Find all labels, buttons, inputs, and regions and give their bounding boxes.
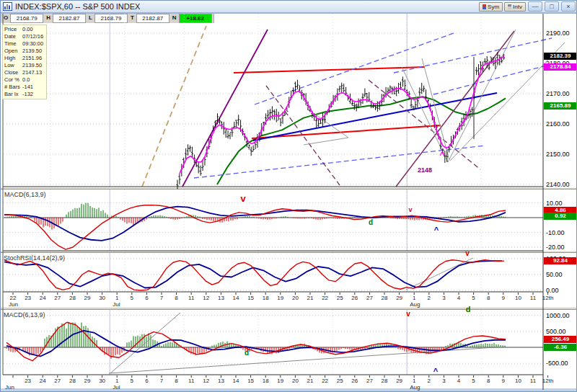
- info-row: Bar Ix-132: [4, 91, 45, 98]
- info-row-value: 09:30:00: [22, 40, 45, 48]
- chart-window: INDEX:$SPX,60 -- S&P 500 INDEX Sym Intv …: [0, 0, 577, 392]
- info-row: Close2147.13: [4, 69, 45, 76]
- info-row-label: Date: [4, 33, 22, 40]
- info-row-value: 2139.50: [22, 48, 45, 55]
- info-row-label: Bar Ix: [4, 91, 22, 98]
- info-row-value: 07/12/16: [22, 33, 45, 40]
- info-row-label: # Bars: [4, 84, 22, 91]
- info-row: # Bars-141: [4, 84, 45, 91]
- info-row: Cor %0.0: [4, 76, 45, 84]
- info-row-value: 2147.13: [22, 69, 45, 76]
- info-row-value: 2151.96: [22, 55, 45, 62]
- chart-canvas[interactable]: [1, 1, 577, 392]
- info-row-value: 0.00: [22, 26, 45, 33]
- macd1-label: MACD(6,13,9): [4, 191, 46, 198]
- info-row-label: Price: [4, 26, 22, 33]
- info-row-value: 0.0: [22, 76, 45, 84]
- info-row: Open2139.50: [4, 48, 45, 55]
- info-row-label: Low: [4, 62, 22, 69]
- info-row-label: Open: [4, 48, 22, 55]
- info-row-value: -141: [22, 84, 45, 91]
- info-row-label: High: [4, 55, 22, 62]
- stochrsi-label: StochRSI(14,14(2),9): [4, 254, 65, 262]
- cursor-info-box: Price0.00Date07/12/16Time09:30:00Open213…: [2, 24, 47, 99]
- info-row: Low2139.50: [4, 62, 45, 69]
- info-row-label: Time: [4, 40, 22, 48]
- info-row-value: 2139.50: [22, 62, 45, 69]
- info-row-value: -132: [22, 91, 45, 98]
- info-row: High2151.96: [4, 55, 45, 62]
- info-row: Time09:30:00: [4, 40, 45, 48]
- macd2-label: MACD(6,13,9): [4, 311, 45, 318]
- info-row-label: Close: [4, 69, 22, 76]
- info-row-label: Cor %: [4, 76, 22, 84]
- info-row: Date07/12/16: [4, 33, 45, 40]
- info-row: Price0.00: [4, 26, 45, 33]
